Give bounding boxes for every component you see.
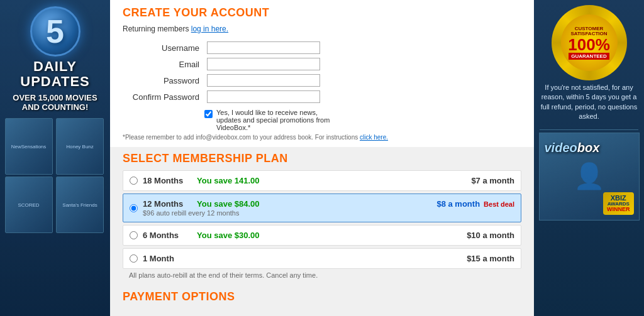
username-input[interactable] bbox=[207, 41, 320, 54]
create-account-title: CREATE YOUR ACCOUNT bbox=[123, 6, 521, 19]
newsletter-checkbox[interactable] bbox=[204, 110, 213, 118]
daily-updates-label: DAILY UPDATES bbox=[0, 59, 110, 89]
satisfaction-badge: CUSTOMER SATISFACTION 100% GUARANTEED bbox=[548, 5, 630, 80]
number-five-badge: 5 bbox=[30, 6, 80, 57]
plan-18-details: 18 Months You save 141.00 $7 a month bbox=[143, 176, 514, 185]
returning-members-text: Returning members log in here. bbox=[123, 25, 521, 33]
account-form: Username Email Password Confirm Password bbox=[123, 40, 521, 105]
username-label: Username bbox=[123, 40, 204, 56]
movies-count-label: OVER 15,000 MOVIES AND COUNTING! bbox=[13, 93, 97, 112]
newsletter-checkbox-row: Yes, I would like to receive news, updat… bbox=[204, 109, 521, 131]
plan-18-savings: You save 141.00 bbox=[197, 176, 260, 185]
plan-6-savings: You save $30.00 bbox=[197, 231, 260, 240]
membership-section: SELECT MEMBERSHIP PLAN 18 Months You sav… bbox=[110, 147, 534, 286]
plan-12-sub: $96 auto rebill every 12 months bbox=[143, 209, 514, 217]
plan-12-price: $8 a month bbox=[436, 199, 480, 209]
right-panel: CUSTOMER SATISFACTION 100% GUARANTEED If… bbox=[534, 0, 644, 316]
confirm-password-row: Confirm Password bbox=[123, 89, 521, 105]
newsletter-label: Yes, I would like to receive news, updat… bbox=[216, 109, 342, 131]
best-deal-badge: Best deal bbox=[484, 200, 514, 208]
plan-6-radio[interactable] bbox=[130, 231, 138, 239]
xbiz-label: XBIZ bbox=[607, 195, 630, 202]
plan-12-months[interactable]: 12 Months You save $84.00 $8 a month Bes… bbox=[123, 193, 521, 222]
plan-1-month[interactable]: 1 Month $15 a month bbox=[123, 248, 521, 269]
username-row: Username bbox=[123, 40, 521, 56]
plan-6-months[interactable]: 6 Months You save $30.00 $10 a month bbox=[123, 225, 521, 246]
xbiz-badge: XBIZ AWARDS WINNER bbox=[603, 192, 634, 215]
plan-1-price: $15 a month bbox=[467, 254, 514, 263]
right-divider bbox=[540, 129, 639, 130]
dvd-thumb-4: Santa's Friends bbox=[56, 177, 104, 233]
dvd-thumb-1: NewSensations bbox=[5, 118, 53, 175]
badge-percent: 100% bbox=[568, 36, 610, 53]
email-input[interactable] bbox=[207, 58, 320, 70]
create-account-section: CREATE YOUR ACCOUNT Returning members lo… bbox=[110, 0, 534, 147]
badge-outer: CUSTOMER SATISFACTION 100% GUARANTEED bbox=[552, 5, 627, 80]
email-label: Email bbox=[123, 56, 204, 72]
plan-1-radio[interactable] bbox=[130, 254, 138, 263]
badge-inner: CUSTOMER SATISFACTION 100% GUARANTEED bbox=[561, 14, 618, 71]
plan-12-radio[interactable] bbox=[130, 204, 138, 212]
plan-6-price: $10 a month bbox=[467, 231, 514, 240]
winner-label: WINNER bbox=[607, 207, 630, 212]
dvd-thumb-2: Honey Bunz bbox=[56, 118, 104, 175]
confirm-password-input[interactable] bbox=[207, 90, 320, 103]
login-link[interactable]: log in here. bbox=[191, 25, 228, 33]
plan-12-name: 12 Months bbox=[143, 199, 193, 209]
plan-12-details: 12 Months You save $84.00 $8 a month Bes… bbox=[143, 199, 514, 217]
password-row: Password bbox=[123, 72, 521, 89]
confirm-password-label: Confirm Password bbox=[123, 89, 204, 105]
videobox-logo: videobox bbox=[545, 141, 600, 155]
plan-18-months[interactable]: 18 Months You save 141.00 $7 a month bbox=[123, 170, 521, 191]
plan-18-price: $7 a month bbox=[471, 176, 514, 185]
award-photo-area: videobox 👤 XBIZ AWARDS WINNER bbox=[539, 133, 640, 221]
membership-title: SELECT MEMBERSHIP PLAN bbox=[123, 152, 521, 165]
plan-1-details: 1 Month $15 a month bbox=[143, 254, 514, 263]
plan-18-name: 18 Months bbox=[143, 176, 193, 185]
left-panel: 5 DAILY UPDATES OVER 15,000 MOVIES AND C… bbox=[0, 0, 110, 316]
satisfaction-text: If you're not satisfied, for any reason,… bbox=[534, 83, 644, 122]
plan-1-name: 1 Month bbox=[143, 254, 193, 263]
plan-6-details: 6 Months You save $30.00 $10 a month bbox=[143, 231, 514, 240]
address-book-link[interactable]: click here. bbox=[360, 134, 388, 141]
main-content: CREATE YOUR ACCOUNT Returning members lo… bbox=[110, 0, 534, 316]
plan-18-radio[interactable] bbox=[130, 177, 138, 185]
plan-6-name: 6 Months bbox=[143, 231, 193, 240]
password-input[interactable] bbox=[207, 74, 320, 87]
dvd-thumb-3: SCORED bbox=[5, 177, 53, 233]
dvd-collage: NewSensations Honey Bunz SCORED Santa's … bbox=[5, 118, 106, 233]
badge-guaranteed: GUARANTEED bbox=[569, 53, 609, 60]
payment-section: PAYMENT OPTIONS bbox=[110, 286, 534, 312]
password-label: Password bbox=[123, 72, 204, 89]
award-person-silhouette: 👤 bbox=[574, 161, 605, 191]
address-note: *Please remember to add info@videobox.co… bbox=[123, 134, 521, 141]
email-row: Email bbox=[123, 56, 521, 72]
plan-12-savings: You save $84.00 bbox=[197, 199, 260, 209]
payment-title: PAYMENT OPTIONS bbox=[123, 290, 521, 303]
cancel-note: All plans auto-rebill at the end of thei… bbox=[129, 271, 521, 279]
